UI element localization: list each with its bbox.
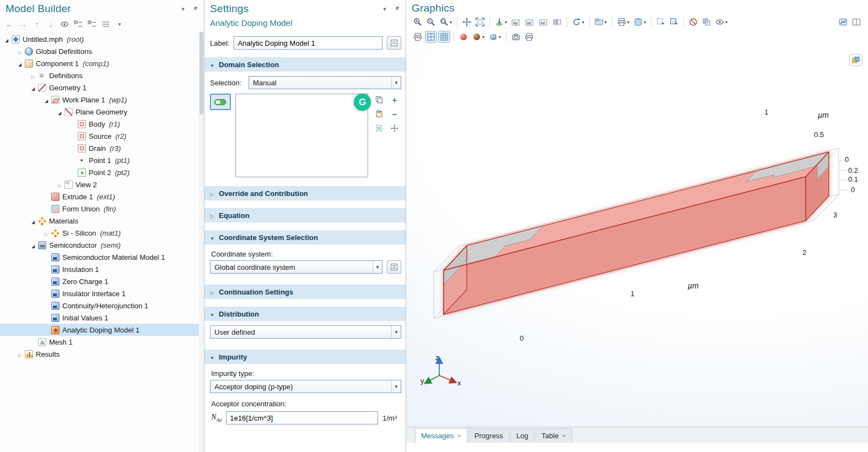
tree-item-materials[interactable]: Materials (0, 215, 204, 227)
copy-selection-button[interactable] (373, 94, 386, 106)
snapshot-button[interactable] (510, 31, 522, 43)
move-up-button[interactable] (32, 19, 42, 30)
tree-item-global-definitions[interactable]: Global Definitions (0, 45, 204, 57)
hide-objects-button[interactable] (687, 16, 699, 28)
tree-item-body[interactable]: Body(r1) (0, 118, 204, 130)
plot-in-window-button[interactable] (425, 31, 437, 43)
go-to-yz-view-button[interactable]: yz (524, 16, 536, 28)
coordinate-system-combo[interactable]: Global coordinate system (210, 260, 382, 274)
tree-item-semiconductor[interactable]: Semiconductor(semi) (0, 239, 204, 251)
add-to-selection-button[interactable] (388, 94, 401, 106)
print-plot-button[interactable] (412, 31, 424, 43)
zoom-to-selection-button[interactable] (373, 122, 386, 134)
acceptor-concentration-input[interactable] (226, 411, 378, 424)
camera-rotate-button[interactable] (570, 16, 586, 28)
tab-table[interactable]: Table (536, 428, 573, 443)
scene-config-button[interactable] (593, 16, 608, 28)
tree-item-zero-charge1[interactable]: Zero Charge 1 (0, 275, 204, 287)
tree-scrollbar[interactable] (199, 31, 204, 452)
tree-item-plane-geometry[interactable]: Plane Geometry (0, 106, 204, 118)
tab-messages[interactable]: Messages (415, 428, 467, 443)
tree-item-continuity-heterojunction1[interactable]: Continuity/Heterojunction 1 (0, 299, 204, 312)
tree-item-point1[interactable]: Point 1(pt1) (0, 154, 204, 166)
toolbar-more-button[interactable] (115, 19, 125, 30)
section-continuation-settings[interactable]: Continuation Settings (204, 285, 406, 299)
pin-icon[interactable] (191, 4, 200, 13)
environment-reflection-button[interactable] (487, 31, 503, 43)
tree-item-form-union[interactable]: Form Union(fin) (0, 203, 204, 215)
go-to-xy-view-button[interactable]: xy (510, 16, 522, 28)
distribution-combo[interactable]: User defined (210, 325, 401, 339)
zoom-extents-button[interactable] (474, 16, 486, 28)
impurity-type-combo[interactable]: Acceptor doping (p-type) (210, 380, 401, 393)
semiconductor-body[interactable] (444, 152, 829, 314)
tree-item-work-plane1[interactable]: Work Plane 1(wp1) (0, 94, 204, 106)
tree-item-root[interactable]: Untitled.mph(root) (0, 33, 204, 45)
tree-item-si-silicon[interactable]: Si - Silicon(mat1) (0, 227, 204, 239)
expand-arrow-icon[interactable] (17, 59, 23, 68)
expand-arrow-icon[interactable] (43, 229, 50, 237)
section-override-contribution[interactable]: Override and Contribution (204, 186, 406, 200)
expand-arrow-icon[interactable] (30, 241, 36, 249)
visibility-button[interactable] (714, 16, 729, 28)
image-snapshot-setup-button[interactable] (616, 16, 631, 28)
forward-button[interactable] (18, 19, 28, 30)
selection-combo[interactable]: Manual (249, 76, 401, 89)
section-equation[interactable]: Equation (204, 208, 406, 222)
tree-item-semiconductor-material-model1[interactable]: Semiconductor Material Model 1 (0, 251, 204, 263)
graphics-overlay-button[interactable] (849, 54, 862, 66)
expand-arrow-icon[interactable] (30, 217, 36, 225)
go-to-source-button[interactable] (387, 260, 401, 274)
zoom-in-button[interactable] (412, 16, 424, 28)
tree-item-component1[interactable]: Component 1(comp1) (0, 57, 204, 69)
go-to-xz-view-button[interactable]: xz (537, 16, 550, 28)
tree-item-results[interactable]: Results (0, 348, 204, 360)
close-icon[interactable] (562, 432, 567, 440)
expand-arrow-icon[interactable] (56, 181, 63, 189)
view-direction-button[interactable] (493, 16, 509, 28)
deselect-box-button[interactable] (668, 16, 680, 28)
window-layout-button[interactable] (850, 16, 862, 28)
domain-selection-list[interactable] (235, 94, 368, 177)
back-button[interactable] (4, 19, 14, 30)
expand-arrow-icon[interactable] (3, 35, 10, 43)
graphics-canvas[interactable]: 1 µm 0.5 0 0.2 0.1 0 3 2 1 µm 0 (406, 46, 868, 427)
pin-icon[interactable] (392, 4, 401, 13)
show-button[interactable] (60, 19, 69, 30)
table-window-button[interactable] (438, 31, 450, 43)
material-appearance-button[interactable] (471, 31, 486, 43)
tree-item-definitions[interactable]: Definitions (0, 69, 204, 81)
move-down-button[interactable] (46, 19, 56, 30)
close-icon[interactable] (457, 432, 461, 440)
tree-item-insulation1[interactable]: Insulation 1 (0, 263, 204, 275)
move-selection-button[interactable] (388, 122, 401, 134)
model-tree-settings-button[interactable] (101, 19, 111, 30)
grammarly-badge[interactable]: G (354, 94, 371, 111)
section-coordinate-system[interactable]: Coordinate System Selection (204, 230, 406, 244)
tree-item-point2[interactable]: Point 2(pt2) (0, 166, 204, 178)
label-input[interactable] (234, 36, 382, 50)
material-rendering-button[interactable] (457, 31, 470, 43)
section-domain-selection[interactable]: Domain Selection (204, 57, 406, 72)
tab-log[interactable]: Log (510, 428, 535, 443)
section-distribution[interactable]: Distribution (204, 307, 406, 321)
zoom-box-button[interactable] (438, 16, 454, 28)
color-theme-button[interactable] (632, 16, 648, 28)
active-selection-toggle[interactable] (210, 94, 231, 110)
tree-item-analytic-doping-model1[interactable]: Analytic Doping Model 1 (0, 324, 204, 336)
panel-menu-button[interactable] (380, 4, 389, 13)
scrollbar-thumb[interactable] (200, 32, 203, 115)
expand-all-button[interactable] (87, 19, 97, 30)
expand-arrow-icon[interactable] (30, 72, 36, 80)
section-impurity[interactable]: Impurity (204, 350, 406, 364)
remove-from-selection-button[interactable] (388, 108, 401, 120)
transparency-button[interactable] (700, 16, 713, 28)
tab-progress[interactable]: Progress (468, 428, 509, 443)
expand-arrow-icon[interactable] (17, 47, 23, 56)
flip-view-button[interactable] (551, 16, 563, 28)
collapse-all-button[interactable] (73, 19, 83, 30)
panel-menu-button[interactable] (179, 4, 187, 13)
expand-arrow-icon[interactable] (17, 350, 23, 358)
rename-button[interactable] (387, 36, 401, 50)
tree-item-geometry1[interactable]: Geometry 1 (0, 81, 204, 94)
